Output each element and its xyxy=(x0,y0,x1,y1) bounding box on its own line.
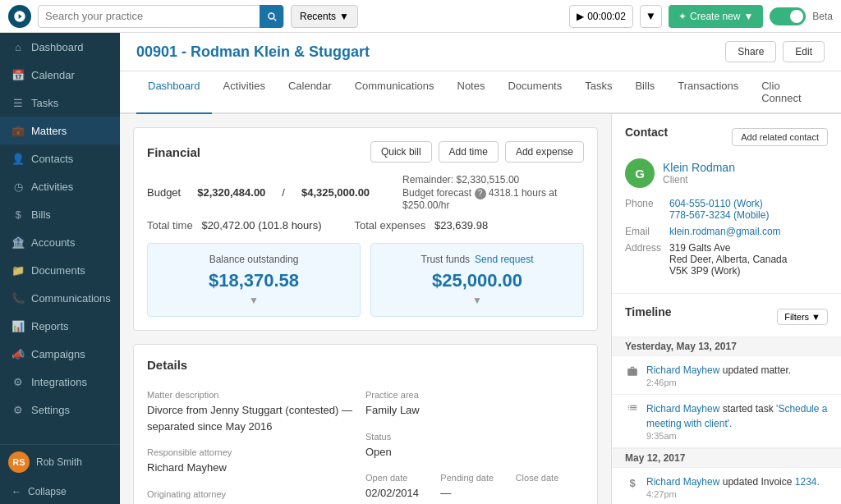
tab-bills[interactable]: Bills xyxy=(623,71,666,114)
sidebar-item-accounts[interactable]: 🏦 Accounts xyxy=(0,228,120,256)
quick-bill-button[interactable]: Quick bill xyxy=(370,141,432,163)
edit-button[interactable]: Edit xyxy=(783,41,825,62)
timer-dropdown-button[interactable]: ▼ xyxy=(640,5,662,28)
user-profile[interactable]: RS Rob Smith xyxy=(0,445,120,479)
logo-icon[interactable] xyxy=(8,5,31,28)
resp-attorney-value: Richard Mayhew xyxy=(147,460,365,476)
sidebar-item-contacts[interactable]: 👤 Contacts xyxy=(0,144,120,172)
tab-dashboard[interactable]: Dashboard xyxy=(136,71,212,114)
open-date-value: 02/02/2014 xyxy=(365,485,434,502)
tab-communications[interactable]: Communications xyxy=(343,71,446,114)
details-card: Details Matter description Divorce from … xyxy=(133,344,598,504)
responsible-attorney-section: Responsible attorney Richard Mayhew xyxy=(147,441,365,483)
pending-date-label: Pending date xyxy=(440,473,508,483)
contact-name[interactable]: Klein Rodman xyxy=(663,161,735,174)
search-input[interactable] xyxy=(39,10,260,22)
chevron-down-icon: ▼ xyxy=(339,11,349,22)
open-date-label: Open date xyxy=(365,473,434,483)
budget-row: Budget $2,320,484.00 / $4,325,000.00 Rem… xyxy=(147,174,584,211)
pending-date-value: — xyxy=(440,485,508,502)
tab-documents[interactable]: Documents xyxy=(496,71,573,114)
total-expenses-label: Total expenses $23,639.98 xyxy=(354,219,488,231)
left-arrow-icon: ← xyxy=(11,486,21,497)
sidebar-item-documents[interactable]: 📁 Documents xyxy=(0,256,120,284)
status-section: Status Open xyxy=(365,425,584,467)
add-expense-button[interactable]: Add expense xyxy=(505,141,584,163)
tl-author-2[interactable]: Richard Mayhew xyxy=(646,403,719,415)
left-details-col: Matter description Divorce from Jenny St… xyxy=(147,383,365,504)
trust-funds-amount[interactable]: $25,000.00 xyxy=(384,270,570,291)
contact-avatar: G xyxy=(625,158,655,188)
dollar-icon-3: $ xyxy=(625,475,640,490)
create-new-button[interactable]: ✦ Create new ▼ xyxy=(669,5,763,28)
tab-tasks[interactable]: Tasks xyxy=(573,71,623,114)
tab-activities[interactable]: Activities xyxy=(212,71,277,114)
contact-phone-row: Phone 604-555-0110 (Work) 778-567-3234 (… xyxy=(625,198,828,221)
sidebar-item-activities[interactable]: ◷ Activities xyxy=(0,172,120,200)
toggle-switch[interactable] xyxy=(770,7,806,25)
status-value: Open xyxy=(365,444,584,460)
tab-calendar[interactable]: Calendar xyxy=(277,71,343,114)
recents-button[interactable]: Recents ▼ xyxy=(291,5,358,28)
tl-invoice-link-3[interactable]: 1234. xyxy=(795,476,820,488)
search-button[interactable] xyxy=(260,5,283,28)
contact-email[interactable]: klein.rodman@gmail.com xyxy=(669,226,781,237)
chevron-down-icon: ▼ xyxy=(743,11,753,22)
briefcase-icon xyxy=(625,364,640,378)
sidebar-item-calendar[interactable]: 📅 Calendar xyxy=(0,61,120,89)
sidebar-item-tasks[interactable]: ☰ Tasks xyxy=(0,89,120,117)
tl-time-3: 4:27pm xyxy=(646,489,828,499)
address-label: Address xyxy=(625,242,664,277)
tl-time-1: 2:46pm xyxy=(646,378,828,387)
add-time-button[interactable]: Add time xyxy=(439,141,499,163)
forecast-detail: Budget forecast ? 4318.1 hours at $250.0… xyxy=(402,187,584,211)
matter-description-section: Matter description Divorce from Jenny St… xyxy=(147,383,365,441)
add-related-contact-button[interactable]: Add related contact xyxy=(732,128,828,146)
tab-notes[interactable]: Notes xyxy=(446,71,497,114)
timeline-header-section: Timeline Filters ▼ xyxy=(612,294,841,328)
sidebar-item-reports[interactable]: 📊 Reports xyxy=(0,312,120,340)
help-icon[interactable]: ? xyxy=(475,188,486,199)
tabs-bar: Dashboard Activities Calendar Communicat… xyxy=(120,71,841,114)
sidebar-item-settings[interactable]: ⚙ Settings xyxy=(0,396,120,424)
sidebar: ⌂ Dashboard 📅 Calendar ☰ Tasks 💼 Matters… xyxy=(0,33,120,504)
balance-outstanding-box: Balance outstanding $18,370.58 ▼ xyxy=(147,243,361,317)
tl-author-1[interactable]: Richard Mayhew xyxy=(646,364,719,376)
phone-work[interactable]: 604-555-0110 (Work) xyxy=(669,198,769,209)
contact-role: Client xyxy=(663,174,735,186)
collapse-button[interactable]: ← Collapse xyxy=(0,479,120,504)
tab-clio-connect[interactable]: Clio Connect xyxy=(750,71,825,114)
contact-email-row: Email klein.rodman@gmail.com xyxy=(625,226,828,237)
share-button[interactable]: Share xyxy=(725,41,776,62)
chevron-down-icon: ▼ xyxy=(646,10,656,22)
sidebar-item-dashboard[interactable]: ⌂ Dashboard xyxy=(0,33,120,61)
sidebar-item-integrations[interactable]: ⚙ Integrations xyxy=(0,368,120,396)
matter-title: 00901 - Rodman Klein & Stuggart xyxy=(136,44,370,61)
financial-card: Financial Quick bill Add time Add expens… xyxy=(133,127,598,331)
home-icon: ⌂ xyxy=(11,40,25,53)
timeline-filters-button[interactable]: Filters ▼ xyxy=(777,309,828,325)
tl-author-3[interactable]: Richard Mayhew xyxy=(646,476,719,488)
budget-label: Budget xyxy=(147,186,181,199)
close-date-section: Close date xyxy=(516,473,584,502)
details-title: Details xyxy=(147,358,187,372)
sidebar-item-communications[interactable]: 📞 Communications xyxy=(0,284,120,312)
originating-attorney-section: Originating attorney Jimmy James xyxy=(147,483,365,505)
tab-transactions[interactable]: Transactions xyxy=(666,71,750,114)
sidebar-item-matters[interactable]: 💼 Matters xyxy=(0,117,120,144)
phone-mobile[interactable]: 778-567-3234 (Mobile) xyxy=(669,209,769,221)
budget-separator: / xyxy=(282,186,285,199)
sidebar-item-campaigns[interactable]: 📣 Campaigns xyxy=(0,340,120,368)
balance-outstanding-amount[interactable]: $18,370.58 xyxy=(161,270,347,291)
total-time-label: Total time $20,472.00 (101.8 hours) xyxy=(147,219,321,231)
contact-title: Contact xyxy=(625,126,668,139)
sidebar-item-bills[interactable]: $ Bills xyxy=(0,200,120,228)
balance-outstanding-arrow: ▼ xyxy=(161,295,347,306)
open-date-section: Open date 02/02/2014 xyxy=(365,473,434,502)
settings-icon: ⚙ xyxy=(11,403,25,416)
send-request-link[interactable]: Send request xyxy=(475,254,533,265)
email-label: Email xyxy=(625,226,664,237)
plus-icon: ✦ xyxy=(678,11,687,22)
timer-button[interactable]: ▶ 00:00:02 xyxy=(569,5,633,28)
trust-funds-arrow: ▼ xyxy=(384,295,570,306)
